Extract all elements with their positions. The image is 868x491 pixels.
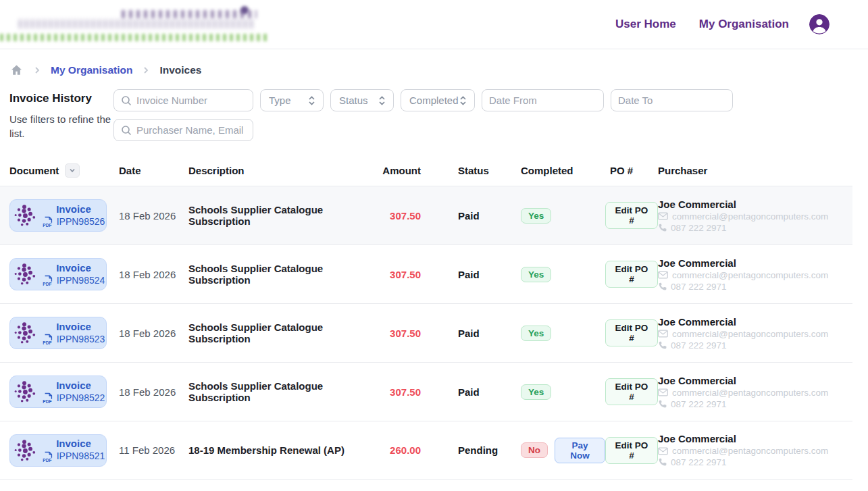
purchaser-name: Joe Commercial — [658, 433, 852, 444]
purple-dots-cluster-icon — [11, 203, 37, 228]
table-header: Document Date Description Amount Status … — [0, 155, 852, 186]
col-completed: Completed — [521, 165, 605, 176]
col-po: PO # — [605, 165, 658, 176]
user-avatar-icon[interactable] — [809, 14, 829, 34]
phone-icon — [658, 400, 667, 409]
col-description: Description — [188, 165, 374, 176]
invoice-amount: 307.50 — [374, 386, 421, 398]
svg-text:PDF: PDF — [43, 458, 51, 463]
filters-section: Invoice History Use filters to refine th… — [0, 77, 868, 141]
phone-icon — [658, 282, 667, 291]
document-sort-button[interactable] — [65, 163, 80, 178]
filters-subtitle: Use filters to refine the list. — [9, 112, 113, 140]
breadcrumb-my-organisation[interactable]: My Organisation — [51, 64, 132, 76]
envelope-icon — [658, 212, 668, 220]
invoice-document-button[interactable]: InvoicePDFIPPN98523 — [9, 317, 107, 349]
purchaser-email: commercial@pentagoncomputers.com — [672, 270, 828, 280]
purchaser-name: Joe Commercial — [658, 199, 852, 210]
purchaser-email: commercial@pentagoncomputers.com — [672, 446, 828, 456]
invoice-number-input[interactable] — [136, 95, 246, 106]
col-status: Status — [421, 165, 521, 176]
col-purchaser: Purchaser — [658, 165, 852, 176]
envelope-icon — [658, 271, 668, 279]
type-select[interactable]: Type — [260, 89, 324, 111]
date-to-field — [611, 89, 733, 111]
purple-dots-cluster-icon — [11, 261, 37, 287]
pdf-file-icon: PDF — [43, 274, 54, 286]
table-row: InvoicePDFIPPN9852218 Feb 2026Schools Su… — [0, 362, 852, 421]
phone-icon — [658, 341, 667, 350]
edit-po-button[interactable]: Edit PO # — [605, 261, 658, 288]
table-row: InvoicePDFIPPN9852318 Feb 2026Schools Su… — [0, 303, 852, 362]
purchaser-phone: 087 222 2971 — [671, 457, 727, 467]
purple-dots-cluster-icon — [11, 438, 37, 463]
up-down-chevrons-icon — [459, 95, 467, 106]
app-logo-blurred[interactable] — [0, 2, 277, 47]
logo-blur-stripe — [122, 10, 257, 18]
edit-po-button[interactable]: Edit PO # — [605, 437, 658, 464]
type-select-label: Type — [269, 95, 291, 106]
search-icon — [121, 95, 132, 106]
invoice-label: Invoice — [56, 203, 91, 216]
date-from-input[interactable] — [489, 95, 596, 106]
pay-now-button[interactable]: Pay Now — [555, 438, 605, 463]
logo-blur-stripe — [0, 34, 269, 41]
invoice-document-button[interactable]: InvoicePDFIPPN98524 — [9, 258, 107, 290]
purchaser-name: Joe Commercial — [658, 375, 852, 386]
pdf-file-icon: PDF — [43, 333, 54, 345]
nav-user-home[interactable]: User Home — [615, 18, 676, 31]
purchaser-phone: 087 222 2971 — [671, 282, 727, 292]
up-down-chevrons-icon — [378, 95, 386, 106]
invoice-date: 11 Feb 2026 — [119, 444, 188, 456]
invoice-date: 18 Feb 2026 — [119, 210, 188, 222]
invoice-number: IPPN98521 — [57, 450, 105, 463]
edit-po-button[interactable]: Edit PO # — [605, 202, 658, 229]
pdf-file-icon: PDF — [43, 450, 54, 463]
pdf-file-icon: PDF — [43, 215, 54, 228]
invoice-number: IPPN98524 — [57, 275, 105, 287]
purchaser-search-field — [113, 119, 253, 141]
completed-badge: No — [521, 442, 548, 458]
invoice-description: Schools Supplier Catalogue Subscription — [188, 380, 374, 403]
col-amount: Amount — [374, 165, 421, 176]
up-down-chevrons-icon — [307, 95, 316, 106]
invoice-label: Invoice — [56, 262, 91, 275]
invoice-number: IPPN98522 — [57, 392, 105, 405]
completed-select-label: Completed — [409, 95, 459, 106]
status-select[interactable]: Status — [330, 89, 394, 111]
svg-text:PDF: PDF — [43, 282, 51, 287]
invoice-document-button[interactable]: InvoicePDFIPPN98526 — [9, 199, 107, 232]
edit-po-button[interactable]: Edit PO # — [605, 378, 658, 405]
status-select-label: Status — [339, 95, 368, 106]
page-title: Invoice History — [9, 89, 113, 105]
chevron-right-icon — [142, 66, 150, 74]
search-icon — [121, 125, 132, 136]
breadcrumb-current-invoices: Invoices — [159, 64, 201, 76]
invoice-amount: 260.00 — [374, 444, 421, 456]
date-to-input[interactable] — [618, 95, 725, 106]
invoice-document-button[interactable]: InvoicePDFIPPN98522 — [9, 376, 107, 408]
purchaser-phone: 087 222 2971 — [671, 340, 727, 351]
pdf-file-icon: PDF — [43, 392, 54, 404]
invoice-amount: 307.50 — [374, 269, 421, 280]
nav-my-organisation[interactable]: My Organisation — [699, 18, 789, 31]
completed-select[interactable]: Completed — [401, 89, 475, 111]
invoice-date: 18 Feb 2026 — [119, 386, 188, 398]
svg-text:PDF: PDF — [43, 400, 51, 405]
invoice-label: Invoice — [56, 438, 91, 450]
invoice-description: Schools Supplier Catalogue Subscription — [188, 263, 374, 286]
envelope-icon — [658, 447, 668, 455]
breadcrumb: My Organisation Invoices — [0, 49, 868, 77]
envelope-icon — [658, 388, 668, 396]
invoice-label: Invoice — [56, 321, 91, 334]
invoice-number: IPPN98526 — [57, 216, 105, 228]
invoice-document-button[interactable]: InvoicePDFIPPN98521 — [9, 434, 107, 467]
purchaser-search-input[interactable] — [136, 124, 246, 136]
logo-blur-stripe — [19, 20, 255, 28]
logo-blur-dot — [240, 6, 249, 14]
purchaser-email: commercial@pentagoncomputers.com — [672, 388, 828, 398]
edit-po-button[interactable]: Edit PO # — [605, 319, 658, 346]
completed-badge: Yes — [521, 208, 551, 224]
home-icon[interactable] — [9, 63, 24, 77]
purple-dots-cluster-icon — [11, 320, 37, 346]
